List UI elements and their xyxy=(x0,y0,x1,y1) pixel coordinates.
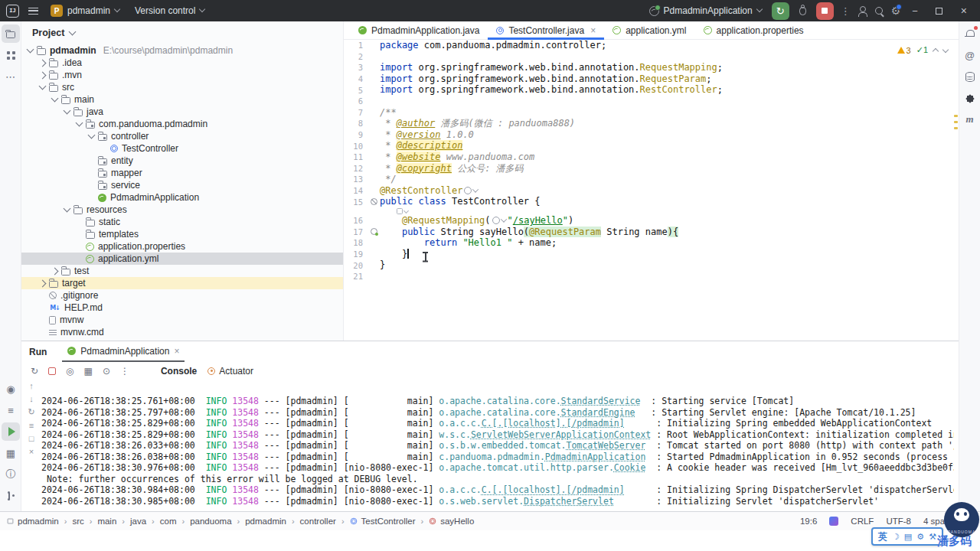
ime-toolbar[interactable]: 英 ☽ ▤ ⚙ ⚒ xyxy=(871,527,943,546)
code-line-19[interactable]: 19 } xyxy=(344,249,952,260)
tree-item-service[interactable]: service xyxy=(21,179,343,191)
tree-item-java[interactable]: java xyxy=(21,106,343,118)
scroll-up-icon[interactable]: ↑ xyxy=(29,381,34,390)
clear-icon[interactable]: □ xyxy=(29,434,34,443)
tree-item-mvnw[interactable]: mvnw xyxy=(21,314,343,326)
search-everywhere-button[interactable] xyxy=(874,6,884,16)
code-line-12[interactable]: 12 * @copyright 公众号: 潘多码 xyxy=(344,163,952,174)
code-line-1[interactable]: 1package com.panduoma.pdmadmin.controlle… xyxy=(344,40,952,51)
breadcrumb-item-src[interactable]: src xyxy=(72,517,83,526)
code-with-me-button[interactable] xyxy=(858,6,867,16)
line-separator[interactable]: CRLF xyxy=(851,517,874,526)
options-icon[interactable]: ⊙ xyxy=(103,366,110,377)
keyboard-icon[interactable]: ▤ xyxy=(904,532,912,542)
rerun-button[interactable]: ↻ xyxy=(772,2,789,20)
rerun-icon[interactable]: ↻ xyxy=(31,366,38,377)
code-line-3[interactable]: 3import org.springframework.web.bind.ann… xyxy=(344,62,952,73)
console-hyperlink[interactable]: StandardService xyxy=(561,396,641,406)
tree-chevron-icon[interactable] xyxy=(88,132,96,139)
more-toolwindows-button[interactable]: ⋯ xyxy=(2,67,20,86)
window-minimize-button[interactable]: − xyxy=(907,5,923,17)
project-widget[interactable]: P pdmadmin xyxy=(47,2,122,19)
code-line-2[interactable]: 2 xyxy=(344,51,952,63)
version-control-toolwindow-button[interactable] xyxy=(2,487,20,505)
console-hyperlink[interactable]: TomcatWebServer xyxy=(567,440,646,451)
tree-item-target[interactable]: target xyxy=(21,277,343,289)
tree-chevron-icon[interactable] xyxy=(51,95,59,103)
project-toolwindow-button[interactable] xyxy=(2,24,20,43)
code-line-16[interactable]: 16 @RequestMapping("/sayHello") xyxy=(344,215,952,227)
code-line-8[interactable]: 8 * @author 潘多码(微信 : panduoma888) xyxy=(344,118,952,129)
soft-wrap-icon[interactable]: ↻ xyxy=(28,407,34,417)
commit-toolwindow-button[interactable]: ◉ xyxy=(2,380,20,398)
tree-item-test[interactable]: test xyxy=(21,265,343,277)
breadcrumb-item-java[interactable]: java xyxy=(130,517,146,526)
console-hyperlink[interactable]: C.[.[localhost].[/pdmadmin] xyxy=(482,418,625,429)
code-line-13[interactable]: 13 */ xyxy=(344,174,952,185)
tree-item-templates[interactable]: templates xyxy=(21,228,343,240)
console-hyperlink[interactable]: Cookie xyxy=(614,462,646,473)
endpoint-gutter-icon[interactable] xyxy=(371,228,377,235)
tree-chevron-icon[interactable] xyxy=(76,119,83,127)
url-inlay-icon[interactable] xyxy=(492,217,506,224)
url-inlay-icon[interactable] xyxy=(464,187,478,194)
console-hyperlink[interactable]: DispatcherServlet xyxy=(524,496,614,507)
pin-icon[interactable]: ◎ xyxy=(66,366,74,377)
tree-chevron-icon[interactable] xyxy=(39,83,47,90)
tree-item-src[interactable]: src xyxy=(21,81,343,93)
breadcrumb-item-panduoma[interactable]: panduoma xyxy=(190,517,231,526)
caret-position[interactable]: 19:6 xyxy=(800,517,817,526)
problems-toolwindow-button[interactable]: ⓘ xyxy=(2,465,20,484)
ime-language-toggle[interactable]: 英 xyxy=(878,530,887,543)
plugin-icon[interactable] xyxy=(829,517,838,526)
print-icon[interactable]: ≡ xyxy=(29,421,34,430)
tree-chevron-icon[interactable] xyxy=(64,205,71,213)
maven-toolwindow-button[interactable]: m xyxy=(961,110,979,129)
tree-item-pdmadmin[interactable]: pdmadminE:\course\pdmadmin\pdmadmin xyxy=(21,44,343,57)
close-icon[interactable]: × xyxy=(29,447,34,456)
tree-item-.gitignore[interactable]: .gitignore xyxy=(21,289,343,302)
code-line-10[interactable]: 10 * @description xyxy=(344,140,952,152)
todo-toolwindow-button[interactable]: ≡ xyxy=(2,401,20,419)
code-line-17[interactable]: 17 public String sayHello(@RequestParam … xyxy=(344,227,952,238)
breadcrumb-item-sayHello[interactable]: sayHello xyxy=(429,517,474,526)
debug-button[interactable] xyxy=(799,7,806,15)
main-menu-icon[interactable] xyxy=(28,8,38,15)
breadcrumb-item-TestController[interactable]: TestController xyxy=(350,517,416,526)
breadcrumb-item-main[interactable]: main xyxy=(97,517,116,526)
tree-chevron-icon[interactable] xyxy=(39,59,47,67)
code-editor[interactable]: 1package com.panduoma.pdmadmin.controlle… xyxy=(344,40,952,341)
stop-icon[interactable] xyxy=(48,367,56,375)
view-tab-Console[interactable]: Console xyxy=(161,366,197,377)
breadcrumb-item-pdmadmin[interactable]: pdmadmin xyxy=(7,517,59,526)
file-encoding[interactable]: UTF-8 xyxy=(886,517,911,526)
tree-item-mvnw.cmd[interactable]: mvnw.cmd xyxy=(21,326,343,338)
tree-chevron-icon[interactable] xyxy=(27,46,34,54)
tree-item-com.panduoma.pdmadmin[interactable]: com.panduoma.pdmadmin xyxy=(21,118,343,130)
close-icon[interactable]: × xyxy=(174,346,179,357)
tree-item-PdmadminApplication[interactable]: PdmadminApplication xyxy=(21,191,343,204)
tree-item-.mvn[interactable]: .mvn xyxy=(21,69,343,81)
code-line-9[interactable]: 9 * @version 1.0.0 xyxy=(344,129,952,141)
editor-tab-application.yml[interactable]: application.yml xyxy=(604,21,694,39)
bean-gutter-icon[interactable] xyxy=(371,198,377,205)
database-toolwindow-button[interactable] xyxy=(961,67,979,86)
code-line-6[interactable]: 6 xyxy=(344,96,952,107)
wrench-icon[interactable]: ⚒ xyxy=(929,532,936,542)
console-output[interactable]: 2024-06-26T18:38:25.761+08:00 INFO 13548… xyxy=(41,380,954,508)
code-line-4[interactable]: 4import org.springframework.web.bind.ann… xyxy=(344,73,952,85)
stop-button[interactable] xyxy=(816,2,834,20)
console-hyperlink[interactable]: StandardEngine xyxy=(561,407,635,418)
services-toolwindow-button[interactable]: ▦ xyxy=(2,444,20,462)
scroll-down-icon[interactable]: ↓ xyxy=(29,394,34,403)
tree-item-static[interactable]: static xyxy=(21,216,343,228)
code-line-20[interactable]: 20} xyxy=(344,259,952,271)
breadcrumb-item-pdmadmin[interactable]: pdmadmin xyxy=(245,517,286,526)
editor-tab-PdmadminApplication.java[interactable]: PdmadminApplication.java xyxy=(350,21,488,39)
code-line-15[interactable]: 15public class TestController { xyxy=(344,196,952,207)
code-line-21[interactable]: 21 xyxy=(344,271,952,282)
tree-item-entity[interactable]: entity xyxy=(21,155,343,167)
spring-toolwindow-button[interactable]: @ xyxy=(961,46,979,64)
code-line-11[interactable]: 11 * @website www.panduoma.com xyxy=(344,152,952,163)
ai-assistant-button[interactable] xyxy=(961,89,979,107)
